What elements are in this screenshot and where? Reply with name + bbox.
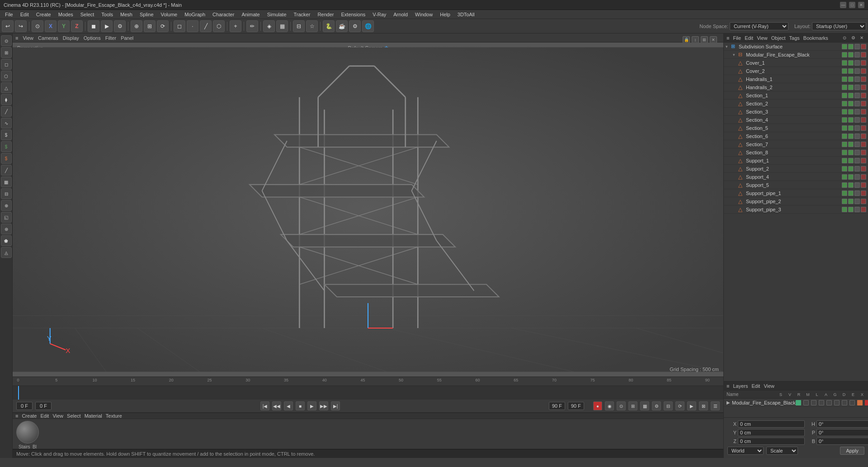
lp-flag-btn-3[interactable] <box>811 400 816 405</box>
om-menu-bookmarks[interactable]: Bookmarks <box>803 35 828 41</box>
y-axis-button[interactable]: Y <box>58 20 70 32</box>
sidebar-mode-btn-14[interactable]: ⊟ <box>1 188 12 199</box>
om-icon-2[interactable]: ⚙ <box>849 34 857 42</box>
om-dot-3-1[interactable] <box>848 85 854 90</box>
om-dot-0-2[interactable] <box>854 60 860 66</box>
menubar-item-modes[interactable]: Modes <box>55 11 76 18</box>
apply-button[interactable]: Apply <box>840 447 864 455</box>
p-rot-input[interactable] <box>816 429 868 436</box>
om-dot-3-2[interactable] <box>854 85 860 90</box>
om-dot-13-0[interactable] <box>842 166 847 172</box>
om-dot-15-0[interactable] <box>842 182 847 188</box>
undo-button[interactable]: ↩ <box>2 20 14 32</box>
step-forward-button[interactable]: ▶▶ <box>319 401 328 410</box>
viewport[interactable]: ≡ View Cameras Display Options Filter Pa… <box>13 33 723 376</box>
mat-menu-view[interactable]: View <box>52 413 63 419</box>
om-dot-5-2[interactable] <box>854 101 860 106</box>
om-dot-14-3[interactable] <box>861 174 866 180</box>
om-dot-0-0[interactable] <box>842 60 847 66</box>
om-dot-16-1[interactable] <box>848 191 854 196</box>
sidebar-mode-btn-9[interactable]: $ <box>1 129 12 140</box>
om-dot-17-1[interactable] <box>848 199 854 204</box>
om-row-section-7[interactable]: △Section_7 <box>724 140 868 148</box>
om-row-support-2[interactable]: △Support_2 <box>724 165 868 173</box>
vp-menu-cameras[interactable]: Cameras <box>38 35 58 41</box>
om-dot-1-3[interactable] <box>861 68 866 74</box>
om-dot-1-1[interactable] <box>848 68 854 74</box>
om-dot-11-3[interactable] <box>861 150 866 155</box>
lp-flag-btn-9[interactable] <box>857 400 863 405</box>
om-dot-18-2[interactable] <box>854 207 860 212</box>
z-axis-button[interactable]: Z <box>71 20 83 32</box>
vp-menu-view[interactable]: View <box>23 35 33 41</box>
node-space-select[interactable]: Current (V-Ray) <box>730 22 788 30</box>
om-dot-4-2[interactable] <box>854 93 860 98</box>
om-dot-7-3[interactable] <box>861 117 866 123</box>
menubar-item-spline[interactable]: Spline <box>137 11 157 18</box>
om-dot-m4[interactable] <box>861 52 866 57</box>
om-row-support-1[interactable]: △Support_1 <box>724 157 868 165</box>
om-dot-8-1[interactable] <box>848 125 854 131</box>
redo-button[interactable]: ↪ <box>15 20 27 32</box>
om-row-subdivision-surface[interactable]: ▾ ⊞ Subdivision Surface <box>724 43 868 51</box>
sidebar-mode-btn-3[interactable]: ◻ <box>1 59 12 70</box>
om-row-support-pipe-1[interactable]: △Support_pipe_1 <box>724 189 868 197</box>
viewport-canvas[interactable]: Perspective Default Camera ✱ <box>13 43 723 376</box>
om-dot-6-2[interactable] <box>854 109 860 114</box>
om-dot-11-1[interactable] <box>848 150 854 155</box>
stop-button[interactable]: ■ <box>296 401 305 410</box>
h-rot-input[interactable] <box>816 420 868 428</box>
om-icon-1[interactable]: ⊙ <box>841 34 848 42</box>
menubar-item-volume[interactable]: Volume <box>158 11 181 18</box>
timeline-ruler[interactable]: 051015202530354045505560657075808590 <box>13 377 723 386</box>
sidebar-mode-btn-16[interactable]: ◱ <box>1 212 12 223</box>
sidebar-mode-btn-17[interactable]: ⊛ <box>1 224 12 234</box>
om-dot-3-3[interactable] <box>861 85 866 90</box>
om-dot-1[interactable] <box>854 44 860 49</box>
material-item[interactable]: Stairs_Bl <box>16 421 39 449</box>
sidebar-mode-btn-4[interactable]: ⬡ <box>1 71 12 81</box>
lp-flag-btn-8[interactable] <box>849 400 855 405</box>
vp-menu-display[interactable]: Display <box>63 35 79 41</box>
om-dot-4-0[interactable] <box>842 93 847 98</box>
om-dot-14-2[interactable] <box>854 174 860 180</box>
pen-tool-button[interactable]: ✏ <box>246 20 258 32</box>
sidebar-mode-btn-18[interactable]: ⬟ <box>1 235 12 246</box>
step-back-button[interactable]: ◀◀ <box>272 401 281 410</box>
python-button[interactable]: 🐍 <box>323 20 335 32</box>
om-row-handrails-2[interactable]: △Handrails_2 <box>724 83 868 91</box>
om-dot-17-3[interactable] <box>861 199 866 204</box>
om-row-support-5[interactable]: △Support_5 <box>724 181 868 189</box>
om-dot-14-1[interactable] <box>848 174 854 180</box>
om-menu-file[interactable]: File <box>733 35 741 41</box>
om-row-section-2[interactable]: △Section_2 <box>724 100 868 108</box>
om-dot-4-1[interactable] <box>848 93 854 98</box>
mat-menu-material[interactable]: Material <box>85 413 102 419</box>
om-row-cover-2[interactable]: △Cover_2 <box>724 67 868 75</box>
om-dot-16-2[interactable] <box>854 191 860 196</box>
om-dot-5-0[interactable] <box>842 101 847 106</box>
om-dot-12-0[interactable] <box>842 158 847 163</box>
om-dot-13-2[interactable] <box>854 166 860 172</box>
lp-menu-layers[interactable]: Layers <box>733 383 748 389</box>
lp-flag-btn-10[interactable] <box>865 400 868 405</box>
menubar-item-tools[interactable]: Tools <box>98 11 116 18</box>
om-row-section-4[interactable]: △Section_4 <box>724 116 868 124</box>
om-dot-10-2[interactable] <box>854 142 860 147</box>
menubar-item-file[interactable]: File <box>2 11 16 18</box>
light-button[interactable]: ☆ <box>306 20 318 32</box>
frame-total-input[interactable] <box>568 402 584 410</box>
lp-flag-btn-6[interactable] <box>834 400 840 405</box>
mat-menu-create[interactable]: Create <box>22 413 37 419</box>
sidebar-mode-btn-12[interactable]: ╱ <box>1 165 12 176</box>
om-dot-0-3[interactable] <box>861 60 866 66</box>
sidebar-mode-btn-19[interactable]: ◬ <box>1 247 12 258</box>
play-reverse-button[interactable]: ◀ <box>284 401 293 410</box>
om-dot-18-0[interactable] <box>842 207 847 212</box>
menubar-item-simulate[interactable]: Simulate <box>264 11 290 18</box>
om-dot-2-1[interactable] <box>848 76 854 82</box>
lp-menu-icon[interactable]: ≡ <box>726 383 729 389</box>
render-preview-button[interactable]: ◼ <box>88 20 99 32</box>
om-dot-12-1[interactable] <box>848 158 854 163</box>
sidebar-mode-btn-13[interactable]: ▦ <box>1 176 12 187</box>
